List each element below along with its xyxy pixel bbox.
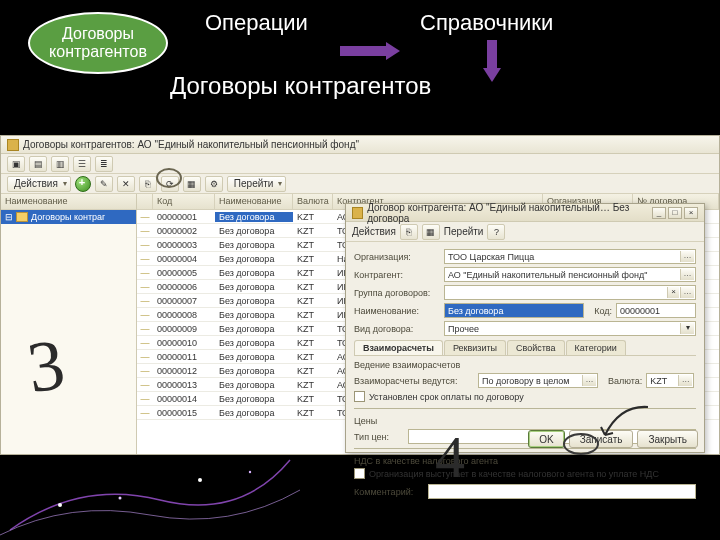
toolbar-button[interactable]: ▥ xyxy=(51,156,69,172)
checkbox-icon xyxy=(354,391,365,402)
dialog-contract: Договор контрагента: АО "Единый накопите… xyxy=(345,203,705,453)
label-vz-by: Взаиморасчеты ведутся: xyxy=(354,376,474,386)
titlebar-dialog: Договор контрагента: АО "Единый накопите… xyxy=(346,204,704,222)
minimize-button[interactable]: _ xyxy=(652,207,666,219)
label-name: Наименование: xyxy=(354,306,440,316)
toolbar-button[interactable]: ⎘ xyxy=(139,176,157,192)
dialog-icon xyxy=(352,207,363,219)
label-kind: Вид договора: xyxy=(354,324,440,334)
field-group[interactable]: ×… xyxy=(444,285,696,300)
decorative-sparkle xyxy=(0,450,300,540)
annotation-area: Договоры контрагентов Операции Справочни… xyxy=(0,0,720,135)
tab-kategorii[interactable]: Категории xyxy=(566,340,626,355)
app-icon xyxy=(7,139,19,151)
svg-point-2 xyxy=(198,478,202,482)
dialog-form: Организация: ТОО Царская Пицца… Контраге… xyxy=(346,242,704,506)
tabs: Взаиморасчеты Реквизиты Свойства Категор… xyxy=(354,340,696,356)
lookup-button[interactable]: … xyxy=(582,375,596,386)
goto-dropdown[interactable]: Перейти xyxy=(227,176,287,192)
section-vedenie: Ведение взаиморасчетов xyxy=(354,360,696,370)
field-counterparty[interactable]: АО "Единый накопительный пенсионный фонд… xyxy=(444,267,696,282)
label-org: Организация: xyxy=(354,252,440,262)
dialog-goto-dropdown[interactable]: Перейти xyxy=(444,226,484,237)
label-group: Группа договоров: xyxy=(354,288,440,298)
toolbar-button[interactable]: ▦ xyxy=(183,176,201,192)
toolbar-button[interactable]: ✎ xyxy=(95,176,113,192)
toolbar-button[interactable]: ≣ xyxy=(95,156,113,172)
field-org[interactable]: ТОО Царская Пицца… xyxy=(444,249,696,264)
tree-header: Наименование xyxy=(1,194,136,210)
save-button[interactable]: Записать xyxy=(569,430,634,448)
maximize-button[interactable]: □ xyxy=(668,207,682,219)
toolbar-button[interactable]: ✕ xyxy=(117,176,135,192)
close-button[interactable]: × xyxy=(684,207,698,219)
lookup-button[interactable]: … xyxy=(680,287,694,298)
add-button[interactable] xyxy=(75,176,91,192)
titlebar-main: Договоры контрагентов: АО "Единый накопи… xyxy=(1,136,719,154)
dialog-buttons: OK Записать Закрыть xyxy=(528,430,698,448)
dialog-title: Договор контрагента: АО "Единый накопите… xyxy=(367,202,648,224)
tab-rekvizity[interactable]: Реквизиты xyxy=(444,340,506,355)
lookup-button[interactable]: … xyxy=(678,375,692,386)
lookup-button[interactable]: … xyxy=(680,269,694,280)
actions-dropdown[interactable]: Действия xyxy=(7,176,71,192)
checkbox-nds[interactable]: Организация выступает в качестве налогов… xyxy=(354,468,659,479)
toolbar-button[interactable]: ▣ xyxy=(7,156,25,172)
svg-point-1 xyxy=(119,497,122,500)
label-comment: Комментарий: xyxy=(354,487,424,497)
folder-icon xyxy=(16,212,28,222)
section-ceny: Цены xyxy=(354,416,696,426)
svg-point-3 xyxy=(249,471,251,473)
field-valuta[interactable]: KZT… xyxy=(646,373,694,388)
toolbar-button[interactable]: ▦ xyxy=(422,224,440,240)
field-vz-by[interactable]: По договору в целом… xyxy=(478,373,598,388)
tab-svoistva[interactable]: Свойства xyxy=(507,340,565,355)
toolbar-button[interactable]: ⚙ xyxy=(205,176,223,192)
checkbox-icon xyxy=(354,468,365,479)
toolbar-row2: Действия ✎ ✕ ⎘ ⟳ ▦ ⚙ Перейти xyxy=(1,174,719,194)
toolbar-button[interactable]: ? xyxy=(487,224,505,240)
window-title: Договоры контрагентов: АО "Единый накопи… xyxy=(23,139,359,150)
label-contracts-title: Договоры контрагентов xyxy=(170,72,620,100)
close-button[interactable]: Закрыть xyxy=(637,430,698,448)
svg-point-0 xyxy=(58,503,62,507)
field-code[interactable]: 00000001 xyxy=(616,303,696,318)
lookup-button[interactable]: … xyxy=(680,251,694,262)
label-tipcen: Тип цен: xyxy=(354,432,404,442)
checkbox-srok[interactable]: Установлен срок оплаты по договору xyxy=(354,391,524,402)
dialog-actions-dropdown[interactable]: Действия xyxy=(352,226,396,237)
toolbar-button[interactable]: ☰ xyxy=(73,156,91,172)
toolbar-button[interactable]: ⎘ xyxy=(400,224,418,240)
col-code[interactable]: Код xyxy=(153,194,215,209)
section-nds: НДС в качестве налогового агента xyxy=(354,456,696,466)
label-code: Код: xyxy=(594,306,612,316)
col-name[interactable]: Наименование xyxy=(215,194,293,209)
dropdown-button[interactable]: ▾ xyxy=(680,323,694,334)
toolbar-row1: ▣ ▤ ▥ ☰ ≣ xyxy=(1,154,719,174)
tab-vzaimo[interactable]: Взаиморасчеты xyxy=(354,340,443,355)
tree-root-row[interactable]: ⊟ Договоры контраг xyxy=(1,210,136,224)
label-counterparty: Контрагент: xyxy=(354,270,440,280)
tree-panel: Наименование ⊟ Договоры контраг xyxy=(1,194,137,454)
clear-button[interactable]: × xyxy=(667,287,679,298)
col-currency[interactable]: Валюта xyxy=(293,194,333,209)
field-name[interactable]: Без договора xyxy=(444,303,584,318)
ok-button[interactable]: OK xyxy=(528,430,564,448)
pill-contracts: Договоры контрагентов xyxy=(28,12,168,74)
app-screenshot: Договоры контрагентов: АО "Единый накопи… xyxy=(0,135,720,455)
field-kind[interactable]: Прочее▾ xyxy=(444,321,696,336)
label-operations: Операции xyxy=(205,10,308,36)
toolbar-button[interactable]: ⟳ xyxy=(161,176,179,192)
field-comment[interactable] xyxy=(428,484,696,499)
label-spravochniki: Справочники xyxy=(420,10,553,36)
label-valuta: Валюта: xyxy=(608,376,642,386)
toolbar-button[interactable]: ▤ xyxy=(29,156,47,172)
tree-root-label: Договоры контраг xyxy=(31,212,105,222)
arrow-right-icon xyxy=(340,44,400,58)
dialog-toolbar: Действия ⎘ ▦ Перейти ? xyxy=(346,222,704,242)
